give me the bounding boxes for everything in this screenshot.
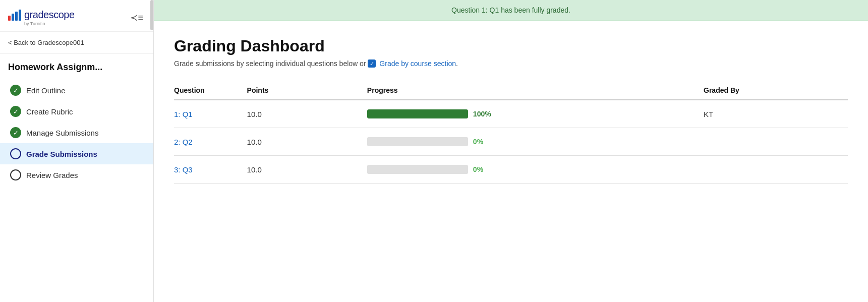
table-row: 3: Q3 10.0 0%: [174, 156, 848, 184]
progress-label-q1: 100%: [473, 110, 493, 118]
question-cell-q3: 3: Q3: [174, 156, 247, 184]
scrollbar[interactable]: [150, 0, 153, 30]
subtitle-text-pre: Grade submissions by selecting individua…: [174, 59, 366, 68]
main-content: Question 1: Q1 has been fully graded. Gr…: [154, 0, 868, 302]
logo-area: gradescope by Turnitin ≺≡: [0, 0, 153, 32]
sidebar-item-edit-outline[interactable]: Edit Outline: [0, 80, 153, 101]
progress-label-q2: 0%: [473, 138, 493, 146]
question-link-q1[interactable]: 1: Q1: [174, 110, 193, 118]
assignment-title: Homework Assignm...: [0, 54, 153, 77]
sidebar-nav: Edit Outline Create Rubric Manage Submis…: [0, 77, 153, 189]
points-value-q3: 10.0: [247, 165, 262, 174]
sidebar-label-review-grades: Review Grades: [26, 171, 78, 179]
question-link-q2[interactable]: 2: Q2: [174, 138, 193, 146]
collapse-sidebar-button[interactable]: ≺≡: [128, 10, 145, 25]
sidebar: gradescope by Turnitin ≺≡ < Back to Grad…: [0, 0, 154, 302]
collapse-icon: ≺≡: [130, 13, 143, 23]
subtitle-text-post: .: [456, 59, 458, 68]
content-area: Grading Dashboard Grade submissions by s…: [154, 21, 868, 302]
logo: gradescope by Turnitin: [8, 9, 75, 26]
table-row: 2: Q2 10.0 0%: [174, 128, 848, 156]
grade-by-section-icon: [368, 59, 376, 68]
logo-bar-3: [15, 12, 18, 21]
question-link-q3[interactable]: 3: Q3: [174, 165, 193, 174]
progress-container-q3: 0%: [367, 165, 704, 174]
logo-bar-2: [12, 14, 14, 21]
progress-bar-bg-q3: [367, 165, 468, 174]
logo-main: gradescope: [8, 9, 75, 21]
progress-bar-bg-q1: [367, 109, 468, 118]
sidebar-item-manage-submissions[interactable]: Manage Submissions: [0, 122, 153, 143]
graded-by-cell-q3: [704, 156, 848, 184]
sidebar-label-create-rubric: Create Rubric: [26, 107, 73, 116]
graded-by-cell-q1: KT: [704, 100, 848, 128]
check-icon-edit-outline: [10, 85, 21, 96]
subtitle: Grade submissions by selecting individua…: [174, 59, 848, 68]
logo-bars-icon: [8, 10, 21, 21]
col-header-graded-by: Graded By: [704, 82, 848, 100]
sidebar-item-create-rubric[interactable]: Create Rubric: [0, 101, 153, 122]
grade-by-section-link[interactable]: Grade by course section: [379, 59, 456, 68]
points-value-q1: 10.0: [247, 110, 262, 118]
table-row: 1: Q1 10.0 100% KT: [174, 100, 848, 128]
questions-table: Question Points Progress Graded By 1: Q1…: [174, 82, 848, 184]
points-cell-q2: 10.0: [247, 128, 367, 156]
progress-container-q2: 0%: [367, 137, 704, 146]
col-header-points: Points: [247, 82, 367, 100]
logo-bar-4: [19, 10, 21, 21]
logo-byline: by Turnitin: [24, 21, 45, 26]
logo-text: gradescope: [24, 9, 75, 21]
points-cell-q3: 10.0: [247, 156, 367, 184]
sidebar-label-grade-submissions: Grade Submissions: [26, 150, 97, 158]
sidebar-label-edit-outline: Edit Outline: [26, 86, 66, 95]
progress-cell-q3: 0%: [367, 156, 704, 184]
question-cell-q1: 1: Q1: [174, 100, 247, 128]
success-banner: Question 1: Q1 has been fully graded.: [154, 0, 868, 21]
points-cell-q1: 10.0: [247, 100, 367, 128]
progress-container-q1: 100%: [367, 109, 704, 118]
col-header-progress: Progress: [367, 82, 704, 100]
check-icon-create-rubric: [10, 106, 21, 117]
progress-bar-bg-q2: [367, 137, 468, 146]
progress-label-q3: 0%: [473, 165, 493, 173]
progress-bar-fill-q1: [367, 109, 468, 118]
page-title: Grading Dashboard: [174, 37, 848, 55]
points-value-q2: 10.0: [247, 138, 262, 146]
question-cell-q2: 2: Q2: [174, 128, 247, 156]
sidebar-item-review-grades[interactable]: Review Grades: [0, 164, 153, 186]
logo-bar-1: [8, 16, 11, 21]
back-to-gradescope-link[interactable]: < Back to Gradescope001: [0, 32, 153, 54]
progress-cell-q1: 100%: [367, 100, 704, 128]
col-header-question: Question: [174, 82, 247, 100]
sidebar-item-grade-submissions[interactable]: Grade Submissions: [0, 143, 153, 164]
graded-by-value-q1: KT: [704, 110, 713, 118]
progress-cell-q2: 0%: [367, 128, 704, 156]
graded-by-cell-q2: [704, 128, 848, 156]
circle-icon-review-grades: [10, 169, 21, 180]
circle-icon-grade-submissions: [10, 148, 21, 159]
sidebar-label-manage-submissions: Manage Submissions: [26, 129, 98, 137]
table-header-row: Question Points Progress Graded By: [174, 82, 848, 100]
check-icon-manage-submissions: [10, 127, 21, 138]
